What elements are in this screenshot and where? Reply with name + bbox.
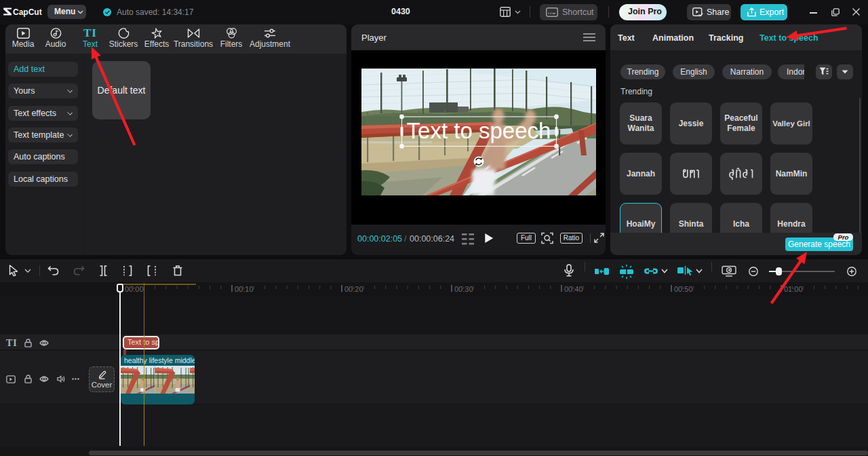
svg-text:00:40: 00:40 — [564, 285, 583, 293]
svg-text:00:10: 00:10 — [235, 285, 254, 293]
svg-text:01:00: 01:00 — [784, 285, 803, 293]
svg-text:00:50: 00:50 — [674, 285, 693, 293]
svg-text:00:00: 00:00 — [125, 285, 144, 293]
svg-text:00:30: 00:30 — [454, 285, 473, 293]
svg-text:00:20: 00:20 — [344, 285, 363, 293]
svg-text:Text to speech: Text to speech — [407, 118, 551, 143]
